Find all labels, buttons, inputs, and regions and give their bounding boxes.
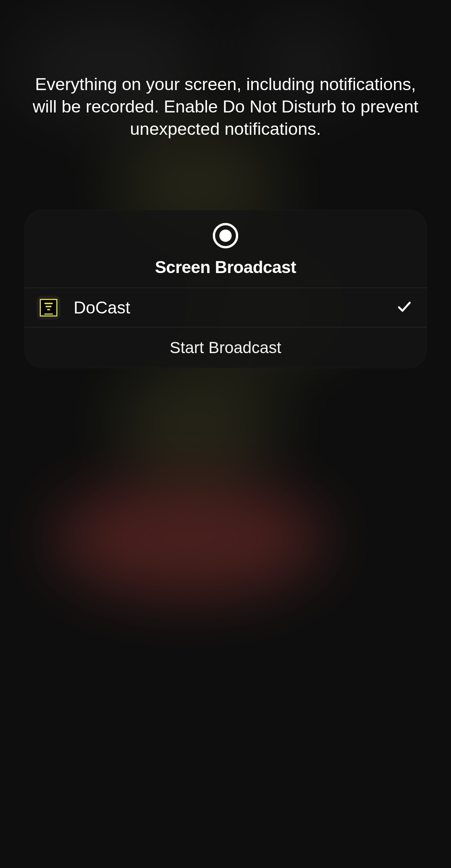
recording-warning-text: Everything on your screen, including not…	[31, 73, 420, 140]
svg-point-1	[219, 230, 232, 242]
sheet-header: Screen Broadcast	[24, 210, 427, 288]
broadcast-app-option[interactable]: DoCast	[24, 288, 427, 327]
broadcast-picker-sheet: Screen Broadcast DoCast Start Broadcast	[24, 210, 427, 368]
record-icon	[213, 223, 238, 248]
docast-app-icon	[37, 296, 61, 320]
start-broadcast-label: Start Broadcast	[170, 338, 281, 357]
start-broadcast-button[interactable]: Start Broadcast	[24, 327, 427, 368]
broadcast-app-name: DoCast	[74, 298, 397, 317]
checkmark-icon	[397, 300, 411, 315]
sheet-title: Screen Broadcast	[155, 258, 296, 277]
